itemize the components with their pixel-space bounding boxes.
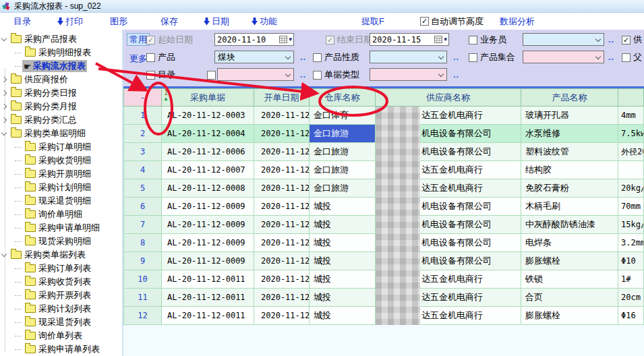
cell-spec[interactable]: 4mm <box>618 107 644 125</box>
tree-item[interactable]: 采购收货列表 <box>0 275 122 289</box>
tree-item[interactable]: 采购产品报表 <box>0 32 122 46</box>
cell-doc[interactable]: AL-20-11-12-0008 <box>162 179 254 198</box>
end-date-input[interactable]: 2020-11-15 ▼ <box>370 33 449 46</box>
cell-spec[interactable]: Φ10 <box>618 252 644 270</box>
more-link[interactable]: 更多 <box>129 53 147 65</box>
col-header-doc[interactable]: 采购单据1▲ <box>162 88 254 107</box>
tree-item[interactable]: 现采退货明细 <box>0 194 122 208</box>
cell-date[interactable]: 2020-11-12 <box>254 307 310 325</box>
salesman-more-dots[interactable]: .. <box>608 34 614 44</box>
col-header-spec[interactable] <box>618 88 644 107</box>
cell-spec[interactable]: Φ16 <box>618 307 644 325</box>
cell-spec[interactable]: 20kg/ <box>618 179 644 198</box>
cell-doc[interactable]: AL-20-11-12-0009 <box>162 252 254 270</box>
product-set-combo[interactable] <box>523 51 604 63</box>
salesman-checkbox[interactable] <box>469 36 477 44</box>
tree-item[interactable]: 采购订单明细 <box>0 140 122 154</box>
cell-warehouse[interactable]: 金口旅游 <box>310 161 376 179</box>
tree-item[interactable]: 采购分类日报 <box>0 86 122 100</box>
parent-checkbox[interactable] <box>622 53 631 62</box>
product-set-more-dots[interactable]: .. <box>608 52 614 62</box>
cell-warehouse[interactable]: 城投 <box>310 289 376 307</box>
collapse-icon[interactable] <box>0 38 8 40</box>
cell-product[interactable]: 膨胀螺栓 <box>521 252 618 270</box>
dropdown-arrow-icon[interactable]: ▼ <box>444 36 447 42</box>
doc-type-more-dots[interactable]: .. <box>453 69 459 80</box>
cell-product[interactable]: 电焊条 <box>521 234 618 252</box>
menu-checkbox-auto-height[interactable]: ✓自动调节高度 <box>420 13 484 30</box>
cell-spec[interactable]: 7.5kw <box>618 125 644 143</box>
product-checkbox[interactable] <box>146 53 155 62</box>
tree-item[interactable]: 采购开票明细 <box>0 167 122 181</box>
salesman-combo[interactable] <box>523 33 604 46</box>
cell-product[interactable]: 铁锁 <box>521 270 618 289</box>
chevron-down-icon[interactable] <box>593 38 604 41</box>
cell-product[interactable]: 水泵维修 <box>521 125 618 143</box>
cell-warehouse[interactable]: 城投 <box>310 270 376 289</box>
catalog-extra-checkbox[interactable] <box>207 71 216 80</box>
cell-product[interactable]: 木柄毛刷 <box>521 198 618 216</box>
cell-doc[interactable]: AL-20-11-12-0007 <box>162 161 254 179</box>
start-date-input[interactable]: 2020-11-10 ▼ <box>214 33 294 46</box>
tree-item[interactable]: 现货采购明细 <box>0 235 122 248</box>
expand-icon[interactable] <box>0 78 8 82</box>
doc-type-combo[interactable] <box>370 68 447 81</box>
cell-no[interactable]: 3 <box>123 143 162 161</box>
cell-no[interactable]: 10 <box>123 270 162 289</box>
cell-date[interactable]: 2020-11-12 <box>254 270 310 289</box>
cell-doc[interactable]: AL-20-11-12-0004 <box>162 125 254 143</box>
cell-spec[interactable]: 3.2mm <box>618 234 644 252</box>
menu-item-graphics[interactable]: 图形 <box>110 13 127 30</box>
dropdown-arrow-icon[interactable]: ▼ <box>289 36 292 42</box>
tree-item[interactable]: 采购收货明细 <box>0 154 122 167</box>
cell-no[interactable]: 2 <box>123 125 162 143</box>
cell-date[interactable]: 2020-11-12 <box>254 179 310 198</box>
expand-icon[interactable] <box>0 118 8 122</box>
cell-date[interactable]: 2020-11-12 <box>254 161 310 179</box>
col-header-corner[interactable]: - <box>123 88 162 107</box>
cell-no[interactable]: 5 <box>123 179 162 198</box>
cell-no[interactable]: 6 <box>123 198 162 216</box>
cell-product[interactable]: 塑料波纹管 <box>521 143 618 161</box>
cell-date[interactable]: 2020-11-12 <box>254 289 310 307</box>
chevron-down-icon[interactable] <box>436 73 446 76</box>
expand-icon[interactable] <box>0 105 8 109</box>
tree-item[interactable]: 采购分类汇总 <box>0 113 122 127</box>
tree-item[interactable]: 采购计划明细 <box>0 181 122 194</box>
cell-doc[interactable]: AL-20-11-12-0009 <box>162 234 254 252</box>
tree-item[interactable]: 询价单列表 <box>0 329 122 343</box>
catalog-checkbox[interactable] <box>146 71 155 80</box>
cell-no[interactable]: 1 <box>123 107 162 125</box>
cell-no[interactable]: 12 <box>123 307 162 325</box>
cell-warehouse[interactable]: 金口体育 <box>310 107 376 125</box>
col-header-warehouse[interactable]: 仓库名称 <box>310 88 376 107</box>
tree-item[interactable]: 采购明细报表 <box>0 46 122 59</box>
cell-warehouse[interactable]: 城投 <box>310 234 376 252</box>
col-header-date[interactable]: 开单日期 <box>254 88 310 107</box>
doc-type-checkbox[interactable] <box>313 71 322 80</box>
menu-item-function[interactable]: 功能 <box>252 13 277 30</box>
selected-cell[interactable]: 金口旅游 <box>310 125 376 143</box>
cell-warehouse[interactable]: 金口旅游 <box>310 179 376 198</box>
collapse-icon[interactable] <box>0 132 8 135</box>
chevron-down-icon[interactable] <box>593 56 604 59</box>
menu-item-date[interactable]: 日期 <box>204 13 229 30</box>
tree-item[interactable]: 采购开票列表 <box>0 289 122 302</box>
cell-spec[interactable] <box>618 161 644 179</box>
tree-item[interactable]: 采购订单列表 <box>0 262 122 275</box>
cell-warehouse[interactable]: 城投 <box>310 216 376 234</box>
calendar-icon[interactable] <box>279 36 287 43</box>
cell-warehouse[interactable]: 城投 <box>310 198 376 216</box>
cell-product[interactable]: 玻璃开孔器 <box>521 107 618 125</box>
cell-doc[interactable]: AL-20-11-12-0011 <box>162 270 254 289</box>
col-header-supplier[interactable]: 供应商名称 <box>376 88 521 107</box>
cell-doc[interactable]: AL-20-11-12-0003 <box>162 107 254 125</box>
product-more-dots[interactable]: .. <box>300 52 306 62</box>
cell-doc[interactable]: AL-20-11-12-0011 <box>162 289 254 307</box>
end-date-checkbox[interactable]: ✓ <box>326 36 334 44</box>
cell-spec[interactable]: 70mm <box>618 198 644 216</box>
cell-product[interactable]: 合页 <box>521 289 618 307</box>
cell-date[interactable]: 2020-11-12 <box>254 125 310 143</box>
menu-item-data-analysis[interactable]: 数据分析 <box>500 13 535 30</box>
cell-doc[interactable]: AL-20-11-12-0006 <box>162 143 254 161</box>
